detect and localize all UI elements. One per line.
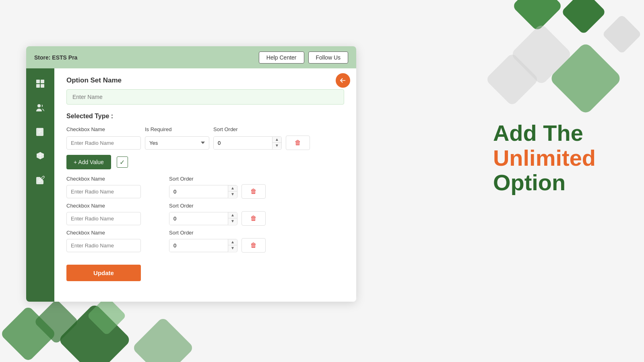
checkbox-row-2: ▲ ▼ 🗑 [66, 211, 344, 226]
sidebar-item-products[interactable] [26, 145, 54, 167]
add-value-row: + Add Value ✓ [66, 155, 344, 169]
sort-wrapper-1: ▲ ▼ [169, 185, 237, 198]
svg-rect-3 [41, 84, 44, 88]
delete-btn-1[interactable]: 🗑 [242, 184, 266, 199]
checkbox-row-3: ▲ ▼ 🗑 [66, 238, 344, 253]
delete-btn-2[interactable]: 🗑 [242, 211, 266, 226]
sidebar [26, 68, 54, 302]
sort-order-input-main[interactable] [214, 137, 272, 149]
sort-input-2[interactable] [169, 212, 228, 225]
sort-arrows-main: ▲ ▼ [272, 137, 281, 149]
deco-shape-tr2 [561, 0, 606, 35]
sort-order-label-2: Sort Order [169, 203, 237, 209]
cube-icon [35, 151, 45, 161]
sort-up-main[interactable]: ▲ [272, 137, 281, 143]
sort-arrows-3: ▲ ▼ [228, 239, 237, 252]
edit-icon [35, 175, 45, 185]
sort-up-1[interactable]: ▲ [228, 185, 237, 191]
promo-line1: Add The [493, 121, 596, 146]
delete-btn-3[interactable]: 🗑 [242, 238, 266, 253]
promo-text: Add The Unlimited Option [493, 121, 596, 195]
cb-name-input-1[interactable] [66, 185, 141, 198]
sort-input-3[interactable] [169, 239, 228, 252]
option-set-name-label: Option Set Name [66, 76, 344, 84]
app-window: Store: ESTS Pra Help Center Follow Us [26, 46, 356, 302]
option-set-name-input[interactable] [66, 89, 344, 105]
svg-point-4 [37, 104, 41, 107]
arrow-left-icon [339, 77, 347, 84]
selected-type-label: Selected Type : [66, 113, 344, 120]
checkbox-name-input-main[interactable] [66, 136, 141, 150]
follow-us-button[interactable]: Follow Us [308, 51, 348, 64]
sort-input-1[interactable] [169, 185, 228, 198]
checkbox-row-label-row3: Checkbox Name Sort Order [66, 230, 344, 236]
store-prefix: Store: [34, 54, 50, 61]
back-button[interactable] [336, 73, 350, 88]
store-name: ESTS Pra [52, 54, 77, 61]
cb-name-label-2: Checkbox Name [66, 203, 141, 209]
add-value-button[interactable]: + Add Value [66, 155, 111, 169]
sort-arrows-2: ▲ ▼ [228, 212, 237, 225]
form-headers: Checkbox Name Is Required Sort Order [66, 126, 344, 132]
promo-line3: Option [493, 170, 596, 195]
users-icon [35, 103, 45, 113]
deco-shape-bl5 [132, 317, 194, 362]
sort-wrapper-3: ▲ ▼ [169, 239, 237, 252]
sort-order-label-1: Sort Order [169, 176, 237, 182]
check-icon[interactable]: ✓ [117, 156, 128, 168]
cb-name-label-1: Checkbox Name [66, 176, 141, 182]
is-required-select[interactable]: Yes No [145, 136, 209, 150]
checkbox-row-1: ▲ ▼ 🗑 [66, 184, 344, 199]
svg-rect-0 [36, 80, 40, 83]
is-required-header: Is Required [145, 126, 209, 132]
sort-down-3[interactable]: ▼ [228, 245, 237, 251]
promo-line2: Unlimited [493, 146, 596, 171]
main-form-row: Yes No ▲ ▼ 🗑 [66, 136, 344, 150]
help-center-button[interactable]: Help Center [259, 51, 304, 64]
sort-down-1[interactable]: ▼ [228, 191, 237, 197]
sort-up-2[interactable]: ▲ [228, 212, 237, 218]
store-label: Store: ESTS Pra [34, 54, 77, 61]
sort-up-3[interactable]: ▲ [228, 239, 237, 245]
sort-order-wrapper-main: ▲ ▼ [213, 136, 282, 150]
grid-icon [35, 79, 45, 88]
app-header: Store: ESTS Pra Help Center Follow Us [26, 46, 356, 68]
main-content: Option Set Name Selected Type : Checkbox… [54, 68, 356, 302]
cb-name-input-2[interactable] [66, 212, 141, 225]
delete-button-main[interactable]: 🗑 [286, 136, 310, 150]
checkbox-name-header: Checkbox Name [66, 126, 141, 132]
svg-rect-1 [41, 80, 44, 83]
sidebar-item-users[interactable] [26, 97, 54, 119]
sort-down-2[interactable]: ▼ [228, 218, 237, 224]
deco-shape-tr3 [602, 14, 642, 54]
sort-order-header: Sort Order [213, 126, 282, 132]
sort-down-main[interactable]: ▼ [272, 143, 281, 148]
sort-order-label-3: Sort Order [169, 230, 237, 236]
book-icon [35, 127, 45, 137]
checkbox-section: Checkbox Name Sort Order ▲ ▼ [66, 176, 344, 253]
update-button[interactable]: Update [66, 265, 141, 281]
cb-name-label-3: Checkbox Name [66, 230, 141, 236]
sidebar-item-catalog[interactable] [26, 121, 54, 143]
checkbox-row-label-row1: Checkbox Name Sort Order [66, 176, 344, 182]
svg-rect-2 [36, 84, 40, 88]
checkbox-row-label-row2: Checkbox Name Sort Order [66, 203, 344, 209]
sort-wrapper-2: ▲ ▼ [169, 212, 237, 225]
sort-arrows-1: ▲ ▼ [228, 185, 237, 198]
sidebar-item-orders[interactable] [26, 169, 54, 191]
sidebar-item-dashboard[interactable] [26, 72, 54, 95]
cb-name-input-3[interactable] [66, 239, 141, 252]
app-body: Option Set Name Selected Type : Checkbox… [26, 68, 356, 302]
header-buttons: Help Center Follow Us [259, 51, 348, 64]
